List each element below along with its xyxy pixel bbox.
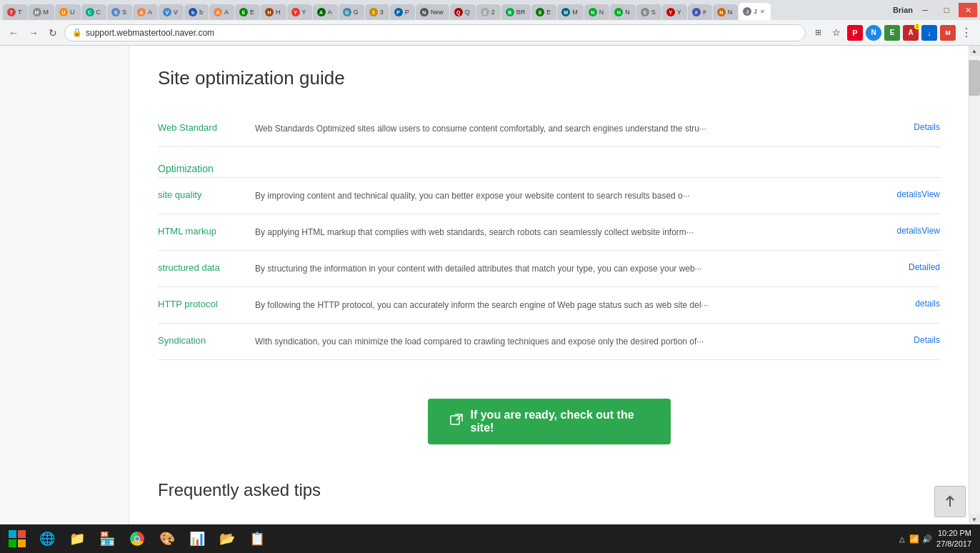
web-standard-action[interactable]: Details (914, 122, 940, 132)
ext1-icon[interactable]: E (884, 25, 900, 41)
ext2-icon[interactable]: A 1 (903, 25, 919, 41)
tab-g[interactable]: GG (339, 4, 364, 20)
maximize-button[interactable]: □ (937, 3, 956, 17)
back-button[interactable]: ← (6, 26, 21, 40)
address-bar[interactable]: 🔒 support.webmastertool.naver.com (64, 24, 806, 41)
tab-bar-row: TT MM UU CC SS AA VV bb AA EE HH YY AA G… (0, 0, 980, 20)
guide-item-web-standard: Web Standard Web Standards Optimized sit… (158, 111, 940, 147)
clock-time: 10:20 PM (936, 528, 971, 539)
guide-item-http-protocol: HTTP protocol By following the HTTP prot… (158, 287, 940, 324)
tab-c[interactable]: CC (81, 4, 107, 20)
tab-q[interactable]: QQ (450, 4, 476, 20)
tab-y[interactable]: YY (287, 4, 312, 20)
toolbar-icons: ⊞ ☆ P N E A 1 ↓ M ⋮ (810, 25, 974, 41)
close-button[interactable]: ✕ (959, 3, 977, 17)
taskbar-chrome[interactable] (123, 526, 151, 552)
taskbar-explorer[interactable]: 📁 (63, 526, 91, 552)
tab-s2[interactable]: SS (636, 4, 661, 20)
menu-button[interactable]: ⋮ (959, 25, 974, 41)
taskbar-ie[interactable]: 🌐 (33, 526, 61, 552)
tab-a1[interactable]: AA (133, 4, 158, 20)
start-button[interactable] (4, 526, 30, 552)
syndication-link[interactable]: Syndication (158, 335, 244, 346)
structured-data-link[interactable]: structured data (158, 262, 244, 273)
tab-yo[interactable]: YY (662, 4, 687, 20)
tab-e2[interactable]: EE (531, 4, 556, 20)
tab-h[interactable]: HH (261, 4, 286, 20)
tab-3[interactable]: 33 (365, 4, 389, 20)
web-standard-link[interactable]: Web Standard (158, 122, 244, 133)
tab-n2[interactable]: NN (610, 4, 636, 20)
scrollbar-up-arrow[interactable]: ▲ (969, 46, 980, 56)
tab-u[interactable]: UU (55, 4, 81, 20)
downloads-icon[interactable]: ↓ (921, 25, 937, 41)
tab-m2[interactable]: MM (557, 4, 584, 20)
tab-v[interactable]: VV (159, 4, 184, 20)
check-site-label: If you are ready, check out the site! (471, 409, 649, 434)
left-sidebar (0, 46, 129, 524)
optimization-header: Optimization (158, 153, 940, 174)
taskbar-store[interactable]: 🏪 (93, 526, 121, 552)
secure-icon: 🔒 (72, 28, 82, 37)
taskbar-right: △ 📶 🔊 10:20 PM 27/8/2017 (899, 528, 976, 550)
clock-date: 27/8/2017 (936, 539, 971, 549)
tab-a2[interactable]: AA (209, 4, 234, 20)
forward-button[interactable]: → (26, 26, 41, 40)
tab-new[interactable]: NNew (416, 4, 449, 20)
tab-br[interactable]: BBR (501, 4, 531, 20)
tab-n1[interactable]: NN (584, 4, 610, 20)
taskbar-filezilla[interactable]: 📂 (213, 526, 241, 552)
html-markup-action[interactable]: detailsView (897, 226, 940, 236)
pinterest-icon[interactable]: P (847, 25, 863, 41)
syndication-desc: With syndication, you can minimize the l… (255, 335, 902, 348)
gmail-icon[interactable]: M (940, 25, 956, 41)
taskbar-paint[interactable]: 🎨 (153, 526, 181, 552)
svg-rect-0 (451, 416, 459, 424)
taskbar-excel[interactable]: 📊 (183, 526, 211, 552)
taskbar-app8[interactable]: 📋 (243, 526, 271, 552)
http-protocol-link[interactable]: HTTP protocol (158, 299, 244, 309)
syndication-action[interactable]: Details (914, 335, 940, 345)
structured-data-action[interactable]: Detailed (909, 262, 940, 272)
tab-b[interactable]: bb (184, 4, 209, 20)
http-protocol-desc: By following the HTTP protocol, you can … (255, 299, 904, 312)
page-title: Site optimization guide (158, 67, 940, 89)
network-icon: 📶 (909, 534, 919, 544)
tab-e[interactable]: EE (235, 4, 260, 20)
check-site-button[interactable]: If you are ready, check out the site! (428, 399, 671, 444)
site-quality-link[interactable]: site quality (158, 189, 244, 200)
tab-m[interactable]: MM (29, 4, 55, 20)
tab-j-active[interactable]: JJ✕ (739, 3, 771, 20)
optimization-section: Optimization (158, 147, 940, 177)
translate-icon[interactable]: ⊞ (810, 25, 826, 41)
html-markup-desc: By applying HTML markup that complies wi… (255, 226, 886, 239)
bookmark-star-icon[interactable]: ☆ (829, 25, 844, 41)
taskbar-clock: 10:20 PM 27/8/2017 (936, 528, 971, 550)
html-markup-link[interactable]: HTML markup (158, 226, 244, 236)
scrollbar-thumb[interactable] (969, 60, 980, 96)
sys-tray-icons: 📶 🔊 (909, 534, 932, 544)
taskbar-items: 🌐 📁 🏪 🎨 📊 📂 📋 (30, 526, 899, 552)
site-quality-action[interactable]: detailsView (897, 189, 940, 199)
http-protocol-action[interactable]: details (915, 299, 940, 309)
guide-item-site-quality: site quality By improving content and te… (158, 178, 940, 214)
tab-hash[interactable]: ## (688, 4, 712, 20)
page-content: Site optimization guide Web Standard Web… (0, 46, 980, 524)
tab-ad[interactable]: AA (313, 4, 338, 20)
scroll-to-top-button[interactable] (934, 486, 966, 517)
brian-label: Brian (893, 6, 913, 14)
tab-t[interactable]: TT (3, 4, 28, 20)
tab-nx[interactable]: NN (713, 4, 739, 20)
url-text: support.webmastertool.naver.com (86, 28, 214, 38)
tab-p[interactable]: PP (390, 4, 415, 20)
guide-item-syndication: Syndication With syndication, you can mi… (158, 324, 940, 360)
minimize-button[interactable]: ─ (916, 3, 934, 17)
tab-s1[interactable]: SS (107, 4, 132, 20)
taskbar-show-desktop[interactable]: △ (899, 535, 905, 543)
namu-icon[interactable]: N (866, 25, 881, 41)
main-content: Site optimization guide Web Standard Web… (129, 46, 969, 524)
tab-2[interactable]: 22 (476, 4, 501, 20)
scrollbar-down-arrow[interactable]: ▼ (969, 514, 980, 524)
structured-data-desc: By structuring the information in your c… (255, 262, 897, 275)
refresh-button[interactable]: ↻ (46, 26, 60, 40)
